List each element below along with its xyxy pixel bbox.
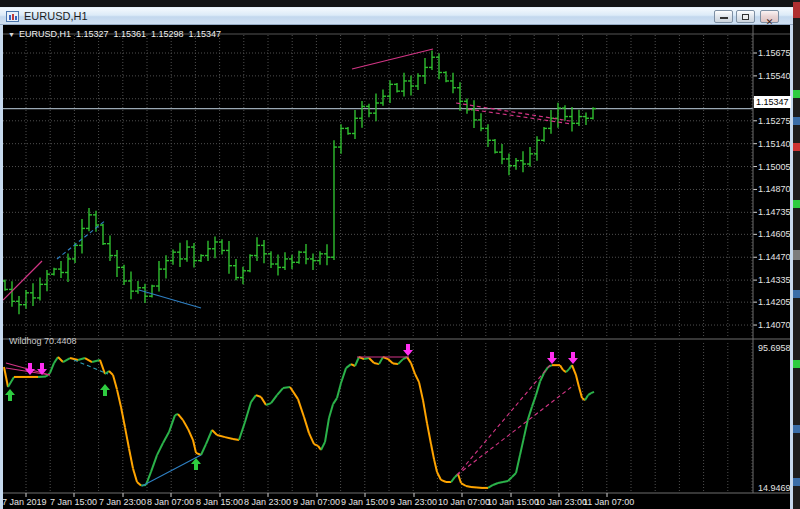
- svg-text:9 Jan 15:00: 9 Jan 15:00: [341, 497, 388, 507]
- svg-text:1.14470: 1.14470: [758, 252, 790, 262]
- restore-icon: [742, 14, 749, 20]
- background-window-fragment: [793, 290, 800, 298]
- ohlc-header: ▼EURUSD,H11.153271.153611.152981.15347: [8, 29, 226, 39]
- svg-text:8 Jan 07:00: 8 Jan 07:00: [147, 497, 194, 507]
- background-window-fragment: [793, 143, 800, 151]
- close-value: 1.15347: [189, 29, 222, 39]
- minimize-icon: [720, 17, 728, 19]
- svg-text:1.14605: 1.14605: [758, 229, 790, 239]
- svg-text:7 Jan 2019: 7 Jan 2019: [3, 497, 47, 507]
- svg-text:1.15675: 1.15675: [758, 48, 790, 58]
- svg-text:95.6958: 95.6958: [758, 343, 790, 353]
- svg-text:1.14335: 1.14335: [758, 275, 790, 285]
- collapse-arrow-icon[interactable]: ▼: [8, 31, 15, 38]
- svg-text:1.15540: 1.15540: [758, 71, 790, 81]
- background-window-fragment: [793, 2, 800, 18]
- mt4-chart-window: EURUSD,H1 ✕ 1.156751.155401.154051.15275…: [0, 7, 793, 509]
- low-value: 1.15298: [151, 29, 184, 39]
- svg-text:7 Jan 15:00: 7 Jan 15:00: [50, 497, 97, 507]
- svg-text:1.14205: 1.14205: [758, 297, 790, 307]
- symbol-label: EURUSD,H1: [19, 29, 71, 39]
- restore-button[interactable]: [736, 10, 755, 23]
- svg-text:1.14870: 1.14870: [758, 184, 790, 194]
- svg-text:1.15140: 1.15140: [758, 139, 790, 149]
- background-window-fragment: [793, 117, 800, 125]
- chart-area: 1.156751.155401.154051.152751.151401.150…: [0, 25, 793, 509]
- svg-text:1.15275: 1.15275: [758, 116, 790, 126]
- chart-window-icon: [6, 11, 19, 22]
- minimize-button[interactable]: [714, 10, 733, 23]
- screen: EURUSD,H1 ✕ 1.156751.155401.154051.15275…: [0, 0, 800, 509]
- current-price-label: 1.15347: [754, 96, 791, 108]
- background-window-fragment: [793, 360, 800, 368]
- open-value: 1.15327: [76, 29, 109, 39]
- svg-text:7 Jan 23:00: 7 Jan 23:00: [99, 497, 146, 507]
- svg-text:1.14735: 1.14735: [758, 207, 790, 217]
- svg-text:9 Jan 23:00: 9 Jan 23:00: [390, 497, 437, 507]
- svg-text:11 Jan 07:00: 11 Jan 07:00: [583, 497, 634, 507]
- svg-text:8 Jan 23:00: 8 Jan 23:00: [244, 497, 291, 507]
- svg-text:14.9469: 14.9469: [758, 483, 790, 493]
- background-window-fragment: [793, 425, 800, 433]
- background-window-fragment: [793, 200, 800, 208]
- chart-canvas[interactable]: 1.156751.155401.154051.152751.151401.150…: [3, 25, 790, 509]
- background-window-fragment: [793, 250, 800, 260]
- window-title-bar[interactable]: EURUSD,H1 ✕: [0, 7, 793, 25]
- svg-text:9 Jan 07:00: 9 Jan 07:00: [293, 497, 340, 507]
- svg-text:1.14070: 1.14070: [758, 320, 790, 330]
- background-window-fragment: [793, 478, 800, 486]
- background-window-edge: [793, 0, 800, 509]
- svg-text:1.15005: 1.15005: [758, 162, 790, 172]
- svg-text:8 Jan 15:00: 8 Jan 15:00: [196, 497, 243, 507]
- close-button[interactable]: ✕: [760, 10, 779, 23]
- svg-text:10 Jan 15:00: 10 Jan 15:00: [487, 497, 539, 507]
- background-window-fragment: [793, 90, 800, 98]
- indicator-name-label: Wildhog 70.4408: [9, 336, 77, 346]
- svg-text:10 Jan 23:00: 10 Jan 23:00: [535, 497, 587, 507]
- high-value: 1.15361: [114, 29, 147, 39]
- svg-text:10 Jan 07:00: 10 Jan 07:00: [438, 497, 490, 507]
- window-title: EURUSD,H1: [24, 10, 88, 22]
